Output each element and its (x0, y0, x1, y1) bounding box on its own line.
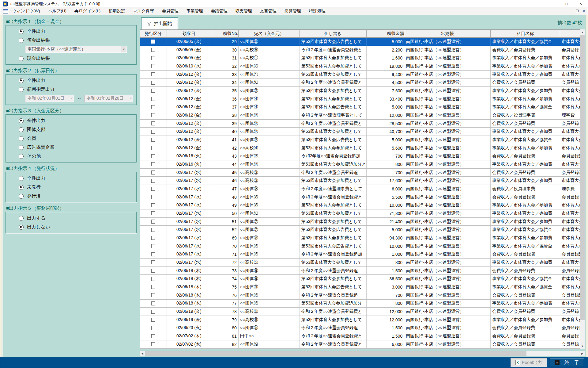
table-row[interactable]: 02/06/18 (木)76○○団体⑮令和２年度○○連盟会員登録追700南国銀行… (140, 291, 580, 300)
table-row[interactable]: 02/06/12 (金)37○○団体④第53回市体育大会広告費として5,000南… (140, 103, 580, 111)
maximize-icon[interactable]: □ (560, 0, 574, 7)
menu-item[interactable]: 会員管理 (158, 7, 183, 15)
date-to-select[interactable]: 令和 03年02月28日 ˅ (84, 95, 133, 102)
mdi-close-icon[interactable]: ✕ (582, 9, 585, 13)
table-row[interactable]: 02/06/17 (水)69○○団体⑮第53回市体育大会参加費として94,300… (140, 234, 580, 242)
vertical-scroll-thumb[interactable] (580, 35, 585, 320)
issue-checkbox[interactable] (151, 179, 155, 183)
menu-item[interactable]: ウィンドウ(W) (8, 7, 44, 15)
vertical-scrollbar[interactable]: ▲ ▼ (580, 29, 585, 349)
column-header[interactable]: 出納帳 (404, 30, 491, 38)
table-row[interactable]: 02/06/16 (火)43○○団体⑰令和2年度○○連盟会員登録追加700南国銀… (140, 152, 580, 160)
table-row[interactable]: 02/06/12 (金)34○○団体⑯令和２年度○○連盟会員登録費と4,500南… (140, 79, 580, 87)
menu-item[interactable]: 文書管理 (256, 7, 281, 15)
menu-item[interactable]: 再ログイン(L) (70, 7, 104, 15)
table-row[interactable]: 02/06/10 (水)32○○団体⑬第53回市体育大会参加費として19,800… (140, 62, 580, 71)
table-row[interactable]: 02/06/17 (水)70○○団体⑮第53回市体育大会広告費として10,000… (140, 242, 580, 251)
table-row[interactable]: 02/06/17 (水)46○○高校③第53回市体育大会参加費として17,600… (140, 177, 580, 185)
table-row[interactable]: 02/06/12 (金)36○○団体④第53回市体育大会参加費として33,400… (140, 95, 580, 103)
radio-deposit-book[interactable]: 預金出納帳 (6, 36, 136, 45)
issue-checkbox[interactable] (151, 285, 155, 289)
scroll-right-icon[interactable]: ▶ (580, 351, 585, 356)
radio-stamp-no-output[interactable]: 出力しない (6, 223, 136, 232)
menu-item[interactable]: 特殊処理 (305, 7, 330, 15)
table-row[interactable]: 02/06/23 (火)80○○団体⑮令和２年度○○連盟会員登録追1,500南国… (140, 324, 580, 332)
column-header[interactable]: 発行区分 (140, 30, 167, 38)
issue-checkbox[interactable] (151, 220, 155, 224)
radio-issue-not-issued[interactable]: 未発行 (6, 183, 136, 192)
table-row[interactable]: 02/06/12 (金)42○○高校④第53回市体育大会参加費として5,600南… (140, 144, 580, 152)
radio-stamp-output[interactable]: 出力する (6, 214, 136, 223)
issue-checkbox[interactable] (151, 89, 155, 93)
minimize-icon[interactable]: ─ (545, 0, 560, 7)
issue-checkbox[interactable] (151, 269, 155, 273)
issue-checkbox[interactable] (151, 64, 155, 68)
table-row[interactable]: 02/06/19 (金)79○○高校⑥第53回市体育大会参加費として12,000… (140, 316, 580, 324)
issue-checkbox[interactable] (151, 121, 155, 125)
column-header[interactable]: 領収日 (167, 30, 211, 38)
table-row[interactable]: 02/06/12 (金)41○○団体⑰第53回市体育大会広告費として5,000南… (140, 136, 580, 144)
column-header[interactable] (560, 30, 580, 38)
issue-checkbox[interactable] (151, 277, 155, 281)
issue-checkbox[interactable] (151, 138, 155, 142)
horizontal-scrollbar[interactable]: ◀ ▶ (140, 351, 585, 356)
table-row[interactable]: 02/06/12 (金)39○○団体⑰令和２年度○○連盟会員登録費と28,500… (140, 120, 580, 128)
radio-cash-book[interactable]: 現金出納帳 (6, 54, 136, 63)
issue-checkbox[interactable] (151, 171, 155, 174)
scroll-down-icon[interactable]: ▼ (580, 343, 585, 349)
radio-source-member[interactable]: 会員 (6, 134, 136, 143)
column-header[interactable]: 宛名（入金元） (239, 30, 300, 38)
scroll-left-icon[interactable]: ◀ (140, 351, 145, 356)
table-row[interactable]: 02/06/18 (木)75○○団体⑨第53回市体育大会広告費として3,000南… (140, 283, 580, 291)
table-row[interactable]: 02/06/12 (金)38○○団体⑰令和２年度○○連盟理事費として12,000… (140, 111, 580, 120)
table-row[interactable]: 02/06/17 (水)52○○団体⑦第53回市体育大会広告費として5,000南… (140, 226, 580, 234)
radio-source-other[interactable]: その他 (6, 152, 136, 161)
radio-deposit-cash-all[interactable]: 全件出力 (6, 27, 136, 36)
issue-checkbox[interactable] (151, 81, 155, 85)
menu-item[interactable]: 決算管理 (281, 7, 305, 15)
issue-checkbox[interactable] (151, 113, 155, 117)
table-row[interactable]: 02/06/05 (金)29○○団体⑥第53回市体育大会広告費として5,000南… (140, 38, 580, 46)
table-row[interactable]: 02/06/19 (金)78○○高校⑥令和２年度○○連盟会員登録費と12,000… (140, 308, 580, 316)
radio-source-group[interactable]: 団体支部 (6, 125, 136, 134)
issue-checkbox[interactable] (151, 97, 155, 101)
issue-checkbox[interactable] (151, 244, 155, 248)
table-row[interactable]: 02/06/12 (金)40○○団体⑰第53回市体育大会参加費として40,700… (140, 128, 580, 136)
issue-checkbox[interactable] (151, 293, 155, 297)
table-row[interactable]: 02/06/17 (水)45○○高校③令和２年度○○連盟会員登録追700南国銀行… (140, 169, 580, 177)
chevron-down-icon[interactable]: ▼ (121, 46, 126, 52)
issue-checkbox[interactable] (151, 334, 155, 338)
issue-checkbox[interactable] (151, 301, 155, 305)
exit-button[interactable]: ✕ 終 了 (550, 358, 584, 367)
column-header[interactable]: 領収No. (211, 30, 239, 38)
table-row[interactable]: 02/06/18 (木)73○○団体⑨令和２年度○○連盟会員登録追1,500南国… (140, 267, 580, 275)
radio-source-all[interactable]: 全件出力 (6, 116, 136, 125)
table-row[interactable]: 02/06/17 (水)50○○団体⑩第53回市体育大会参加費として71,300… (140, 209, 580, 218)
menu-item[interactable]: 初期設定 (104, 7, 129, 15)
issue-checkbox[interactable] (151, 342, 155, 346)
table-row[interactable]: 02/06/17 (水)71○○団体⑮令和２年度○○連盟会員登録追加1,000南… (140, 250, 580, 259)
radio-issue-all[interactable]: 全件出力 (6, 174, 136, 183)
bank-account-select[interactable]: 南国銀行-本店（○○連盟運営） ▼ (25, 46, 127, 53)
close-icon[interactable]: ✕ (574, 0, 588, 7)
column-header[interactable]: 領収金額 (367, 30, 404, 38)
column-header[interactable]: 科目名称 (491, 30, 560, 38)
issue-checkbox[interactable] (151, 130, 155, 134)
issue-checkbox[interactable] (151, 162, 155, 166)
issue-checkbox[interactable] (151, 260, 155, 264)
issue-checkbox[interactable] (151, 252, 155, 256)
column-header[interactable]: 但し書き (300, 30, 367, 38)
mdi-minimize-icon[interactable]: ─ (570, 9, 572, 13)
table-row[interactable]: 02/07/02 (木)82○○団体⑲令和２年度○○連盟会員登録費と6,000南… (140, 340, 580, 349)
table-row[interactable]: 02/06/17 (水)51○○団体⑦第53回市体育大会参加費として21,400… (140, 218, 580, 226)
table-row[interactable]: 02/06/05 (金)31○○高校①第53回市体育大会参加費として1,600南… (140, 54, 580, 62)
issue-checkbox[interactable] (151, 40, 155, 44)
issue-checkbox[interactable] (151, 72, 155, 76)
issue-checkbox[interactable] (151, 187, 155, 191)
menu-item[interactable]: 会議管理 (207, 7, 232, 15)
mdi-window-icon[interactable] (3, 9, 8, 13)
issue-checkbox[interactable] (151, 310, 155, 314)
extract-start-button[interactable]: 抽出開始 (141, 17, 178, 30)
excel-output-button[interactable]: Excel出力 (511, 358, 547, 367)
issue-checkbox[interactable] (151, 105, 155, 109)
